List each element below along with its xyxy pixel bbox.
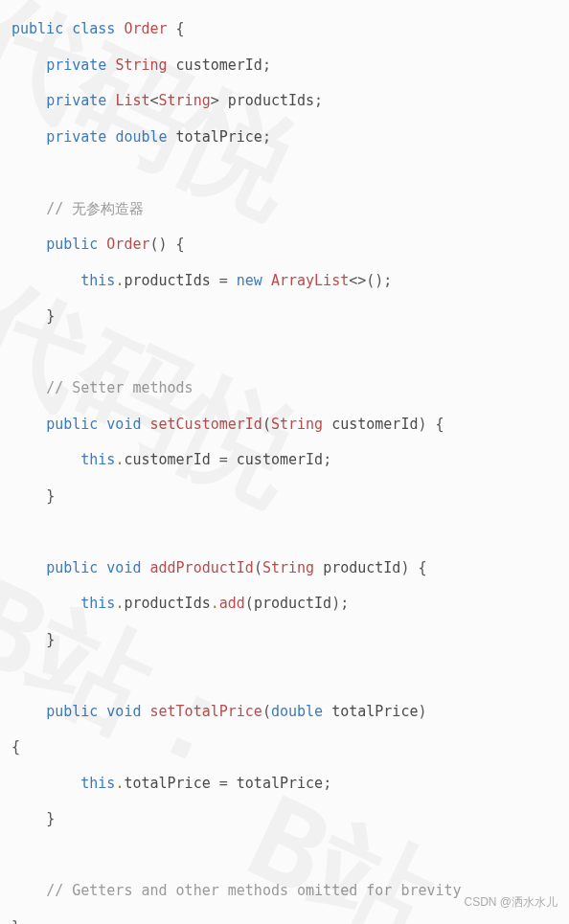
type-string: String [159,92,211,109]
ref-productids: productIds [124,595,210,612]
comment-omitted: // Getters and other methods omitted for… [46,882,461,899]
kw-public: public [46,559,98,576]
brace-close: } [46,810,55,827]
fn-settotal: setTotalPrice [150,703,262,720]
kw-new: new [237,272,262,289]
kw-this: this [80,595,115,612]
kw-private: private [46,56,106,74]
lparen: ( [262,416,271,433]
rparen-brace: ) { [400,559,426,576]
semi: ; [262,56,271,74]
comment-setters: // Setter methods [46,379,193,396]
kw-class: class [72,20,115,37]
type-string: String [262,559,314,576]
kw-public: public [46,236,98,253]
fn-add: add [219,595,245,612]
rparen: ) [418,703,435,720]
footer-attribution: CSDN @洒水水儿 [464,888,558,916]
kw-this: this [80,451,115,468]
ref-productids: productIds [124,272,210,289]
paren-semi: (); [366,272,392,289]
kw-public: public [11,20,63,37]
lparen: ( [245,595,254,612]
brace-close: } [46,307,55,325]
semi: ; [323,451,331,468]
lparen: ( [254,559,262,576]
brace-close: } [46,487,55,505]
ptype-double: double [271,703,323,720]
gt: > [211,92,219,109]
rhs-customerid: customerId [237,451,323,468]
kw-private: private [46,92,106,109]
dot: . [211,595,219,612]
code-block: public class Order { private String cust… [11,11,558,924]
fn-setcustomerid: setCustomerId [150,416,262,433]
kw-void: void [106,703,141,720]
eq: = [211,451,237,468]
type-order: Order [124,20,167,37]
paren: () { [150,236,185,253]
field-productids: productIds [228,92,314,109]
brace-open: { [176,20,185,37]
diamond: <> [349,272,366,289]
kw-private: private [46,128,106,146]
type-string: String [115,56,167,74]
kw-void: void [106,416,141,433]
ctor-order: Order [106,236,149,253]
field-total: totalPrice [176,128,262,146]
ref-customerid: customerId [124,451,210,468]
eq: = [211,272,237,289]
semi: ; [323,775,331,792]
rparen-brace: ) { [418,416,444,433]
semi: ; [314,92,323,109]
space [262,272,271,289]
kw-void: void [106,559,141,576]
arg-customerid: customerId [331,416,418,433]
type-list: List [115,92,149,109]
lt: < [150,92,159,109]
brace-close: } [46,631,55,648]
ref-total: totalPrice [124,775,210,792]
eq: = [211,775,237,792]
lparen: ( [262,703,271,720]
brace-close-final: } [11,918,20,925]
kw-this: this [80,775,115,792]
fn-addproductid: addProductId [150,559,254,576]
brace-open-wrapped: { [11,738,20,755]
type-arraylist: ArrayList [271,272,349,289]
type-string: String [271,416,323,433]
kw-public: public [46,416,98,433]
kw-public: public [46,703,98,720]
arg-productid: productId [323,559,400,576]
kw-this: this [80,272,115,289]
comment-noarg-ctor: // 无参构造器 [46,200,144,217]
rhs-total: totalPrice [237,775,323,792]
semi: ; [262,128,271,146]
arg-productid: productId [254,595,331,612]
rparen-semi: ); [331,595,349,612]
kw-double: double [115,128,167,146]
arg-total: totalPrice [331,703,418,720]
field-customerid: customerId [176,56,262,74]
